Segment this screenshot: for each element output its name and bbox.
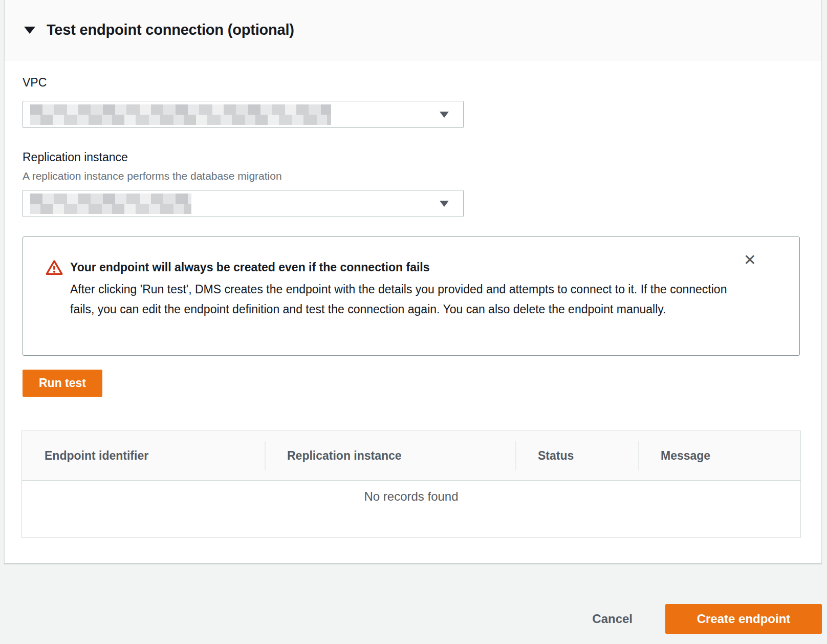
alert-close-icon[interactable]: ✕ <box>744 252 756 268</box>
panel-title: Test endpoint connection (optional) <box>47 22 294 38</box>
cancel-button[interactable]: Cancel <box>592 612 633 626</box>
vpc-select[interactable] <box>23 101 464 128</box>
column-header-message: Message <box>638 431 800 480</box>
replication-instance-select[interactable] <box>23 190 464 217</box>
footer-action-bar: Cancel Create endpoint <box>592 604 822 634</box>
section-expand-caret-icon <box>24 27 35 34</box>
replication-instance-description: A replication instance performs the data… <box>23 170 282 182</box>
replication-instance-label: Replication instance <box>23 151 128 164</box>
table-header-row: Endpoint identifier Replication instance… <box>22 431 800 481</box>
alert-title: Your endpoint will always be created eve… <box>70 259 430 276</box>
vpc-label: VPC <box>23 76 47 90</box>
column-header-endpoint-identifier: Endpoint identifier <box>22 431 265 480</box>
chevron-down-icon <box>440 112 449 118</box>
test-results-table: Endpoint identifier Replication instance… <box>21 431 801 538</box>
vpc-redacted-value <box>30 104 331 125</box>
warning-triangle-icon <box>46 259 63 276</box>
test-endpoint-panel: Test endpoint connection (optional) VPC … <box>4 0 822 564</box>
create-endpoint-button[interactable]: Create endpoint <box>665 604 822 634</box>
panel-header-toggle[interactable]: Test endpoint connection (optional) <box>5 0 821 60</box>
alert-body: After clicking 'Run test', DMS creates t… <box>70 280 735 319</box>
empty-state-message: No records found <box>364 489 458 537</box>
chevron-down-icon <box>440 201 449 207</box>
table-body: No records found <box>22 481 800 537</box>
column-header-replication-instance: Replication instance <box>265 431 515 480</box>
warning-alert: Your endpoint will always be created eve… <box>23 237 800 356</box>
replication-instance-redacted-value <box>30 194 191 214</box>
column-header-status: Status <box>515 431 638 480</box>
run-test-button[interactable]: Run test <box>23 370 102 397</box>
